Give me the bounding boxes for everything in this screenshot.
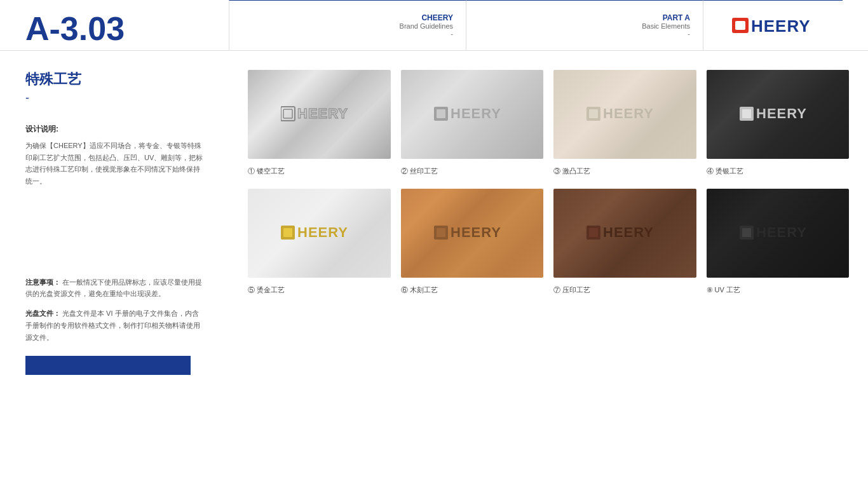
section-dash: - — [25, 92, 203, 105]
craft-item-7: HEERY — [553, 189, 696, 283]
svg-rect-25 — [742, 228, 751, 237]
craft-label-2: ② 丝印工艺 — [401, 166, 544, 176]
craft-item-2: HEERY — [401, 70, 544, 164]
craft-grid-row2: HEERY HEERY — [248, 189, 849, 283]
craft-item-4: HEERY — [707, 70, 850, 164]
part-title: PART A — [663, 13, 690, 22]
craft-label-3: ③ 激凸工艺 — [553, 166, 696, 176]
header-section-part: PART A Basic Elements - — [466, 0, 703, 50]
craft-labels-row1: ① 镂空工艺 ② 丝印工艺 ③ 激凸工艺 ④ 烫银工艺 — [248, 166, 849, 176]
part-subtitle: Basic Elements — [642, 22, 690, 30]
part-dash: - — [688, 30, 690, 37]
svg-text:HEERY: HEERY — [297, 224, 348, 240]
svg-rect-10 — [589, 109, 598, 118]
sidebar: 特殊工艺 - 设计说明: 为确保【CHEERY】适应不同场合，将专金、专银等特殊… — [0, 51, 229, 394]
notice-item-1: 注意事项： 在一般情况下使用品牌标志，应该尽量使用提供的光盘资源文件，避免在重绘… — [25, 276, 203, 300]
grid-area: HEERY HEERY — [229, 51, 868, 394]
design-note-title: 设计说明: — [25, 124, 203, 135]
svg-rect-13 — [742, 109, 751, 118]
section-title: 特殊工艺 — [25, 70, 203, 89]
craft-label-8: ⑧ UV 工艺 — [707, 285, 850, 295]
design-note-text: 为确保【CHEERY】适应不同场合，将专金、专银等特殊印刷工艺扩大范围，包括起凸… — [25, 140, 203, 187]
svg-text:HEERY: HEERY — [756, 105, 807, 121]
brand-subtitle: Brand Guidelines — [400, 22, 453, 30]
craft-image-2: HEERY — [401, 70, 544, 159]
craft-item-6: HEERY — [401, 189, 544, 283]
svg-rect-7 — [437, 109, 445, 118]
craft-item-3: HEERY — [553, 70, 696, 164]
brand-dash: - — [451, 30, 453, 37]
svg-rect-1 — [735, 21, 745, 30]
logo-area: HEERY — [703, 0, 843, 50]
svg-text:HEERY: HEERY — [451, 105, 501, 121]
craft-image-3: HEERY — [553, 70, 696, 159]
craft-label-6: ⑥ 木刻工艺 — [401, 285, 544, 295]
craft-image-4: HEERY — [707, 70, 850, 159]
svg-rect-16 — [283, 228, 292, 237]
craft-label-1: ① 镂空工艺 — [248, 166, 391, 176]
craft-image-7: HEERY — [553, 189, 696, 278]
craft-label-4: ④ 烫银工艺 — [707, 166, 850, 176]
notice-label-2: 光盘文件： — [25, 309, 60, 317]
blue-bar — [25, 356, 191, 375]
page-number: A-3.03 — [25, 12, 125, 45]
svg-rect-22 — [589, 228, 598, 237]
page-header: A-3.03 CHEERY Brand Guidelines - PART A … — [0, 0, 868, 51]
header-sections: CHEERY Brand Guidelines - PART A Basic E… — [229, 0, 843, 50]
craft-image-6: HEERY — [401, 189, 544, 278]
svg-rect-4 — [283, 109, 292, 118]
svg-rect-19 — [437, 228, 445, 237]
craft-image-5: HEERY — [248, 189, 391, 278]
craft-label-5: ⑤ 烫金工艺 — [248, 285, 391, 295]
svg-text:HEERY: HEERY — [603, 105, 654, 121]
craft-labels-row2: ⑤ 烫金工艺 ⑥ 木刻工艺 ⑦ 压印工艺 ⑧ UV 工艺 — [248, 285, 849, 295]
header-left: A-3.03 — [25, 0, 229, 50]
craft-image-1: HEERY — [248, 70, 391, 159]
craft-item-1: HEERY — [248, 70, 391, 164]
craft-grid-row1: HEERY HEERY — [248, 70, 849, 164]
notice-section: 注意事项： 在一般情况下使用品牌标志，应该尽量使用提供的光盘资源文件，避免在重绘… — [25, 276, 203, 343]
svg-text:HEERY: HEERY — [451, 224, 501, 240]
craft-item-5: HEERY — [248, 189, 391, 283]
craft-label-7: ⑦ 压印工艺 — [553, 285, 696, 295]
notice-label-1: 注意事项： — [25, 278, 60, 286]
brand-title: CHEERY — [421, 13, 453, 22]
notice-item-2: 光盘文件： 光盘文件是本 VI 手册的电子文件集合，内含手册制作的专用软件格式文… — [25, 308, 203, 343]
svg-text:HEERY: HEERY — [603, 224, 654, 240]
craft-item-8: HEERY — [707, 189, 850, 283]
svg-text:HEERY: HEERY — [297, 105, 348, 121]
design-note: 设计说明: 为确保【CHEERY】适应不同场合，将专金、专银等特殊印刷工艺扩大范… — [25, 124, 203, 187]
craft-image-8: HEERY — [707, 189, 850, 278]
header-section-brand: CHEERY Brand Guidelines - — [229, 0, 466, 50]
svg-text:HEERY: HEERY — [751, 17, 811, 36]
cheery-logo: HEERY — [732, 13, 815, 38]
svg-text:HEERY: HEERY — [756, 224, 807, 240]
main-content: 特殊工艺 - 设计说明: 为确保【CHEERY】适应不同场合，将专金、专银等特殊… — [0, 51, 868, 394]
